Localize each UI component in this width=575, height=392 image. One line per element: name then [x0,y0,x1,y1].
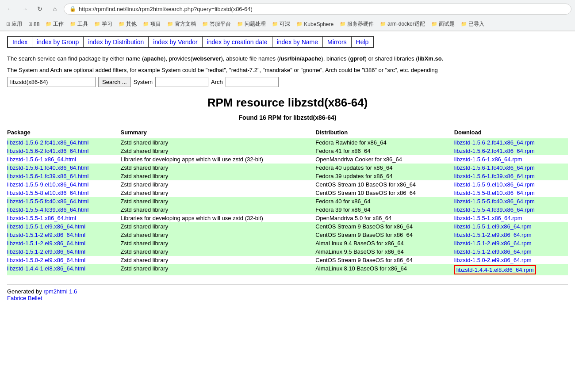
package-cell: libzstd-1.5.1-2.el9.x86_64.html [7,231,121,239]
footer: Generated by rpm2html 1.6 Fabrice Bellet [7,284,568,301]
nav-index-by-group[interactable]: index by Group [32,37,84,47]
package-cell: libzstd-1.5.6-1.fc40.x86_64.html [7,164,121,172]
download-link[interactable]: libzstd-1.5.6-1.fc40.x86_64.rpm [454,164,535,171]
bookmark-official-docs[interactable]: 📁 官方文档 [165,19,199,29]
package-link[interactable]: libzstd-1.5.5-5.fc40.x86_64.html [7,198,88,205]
nav-index[interactable]: Index [8,37,32,47]
download-link[interactable]: libzstd-1.5.5-4.fc39.x86_64.rpm [454,206,535,213]
summary-cell: Zstd shared library [121,222,316,231]
download-cell: libzstd-1.5.6-1.fc39.x86_64.rpm [454,172,568,180]
bookmark-issues[interactable]: 📁 问题处理 [234,19,268,29]
download-link[interactable]: libzstd-1.5.6-1.x86_64.rpm [454,156,522,163]
bookmark-work[interactable]: 📁 工作 [43,19,66,29]
summary-cell: Zstd shared library [121,197,316,206]
bookmark-apps[interactable]: ⊞ 应用 [4,19,25,29]
package-cell: libzstd-1.5.5-5.fc40.x86_64.html [7,197,121,206]
download-link[interactable]: libzstd-1.5.5-9.el10.x86_64.rpm [454,181,535,188]
nav-index-by-distribution[interactable]: index by Distribution [84,37,149,47]
package-link[interactable]: libzstd-1.5.1-2.el9.x86_64.html [7,240,85,247]
col-summary: Summary [121,128,316,138]
download-link[interactable]: libzstd-1.5.5-5.fc40.x86_64.rpm [454,198,535,205]
folder-icon-9: 📁 [272,21,278,27]
download-link[interactable]: libzstd-1.5.1-2.el9.x86_64.rpm [454,248,532,255]
nav-index-by-creation-date[interactable]: index by creation date [203,37,272,47]
nav-mirrors[interactable]: Mirrors [323,37,352,47]
download-link[interactable]: libzstd-1.5.0-2.el9.x86_64.rpm [454,257,532,263]
grid-icon: ⊞ [28,21,32,27]
nav-index-by-name[interactable]: index by Name [272,37,323,47]
bookmark-project[interactable]: 📁 项目 [140,19,164,29]
description-1: The search service can find package by e… [7,54,568,63]
arch-label: Arch [211,79,223,85]
distribution-cell: Fedora 40 updates for x86_64 [315,164,454,172]
summary-cell: Zstd shared library [121,231,316,239]
bookmarks-bar: ⊞ 应用 ⊞ 88 📁 工作 📁 工具 📁 学习 📁 其他 📁 项目 📁 [0,18,575,31]
bookmark-imported[interactable]: 📁 已导入 [458,19,487,29]
download-cell: libzstd-1.5.5-4.fc39.x86_64.rpm [454,206,568,214]
url-input[interactable] [79,6,566,12]
search-button[interactable]: Search ... [98,77,131,87]
package-link[interactable]: libzstd-1.5.1-2.el9.x86_64.html [7,248,85,255]
home-button[interactable]: ⌂ [49,3,61,15]
bookmark-tools[interactable]: 📁 工具 [67,19,91,29]
download-link[interactable]: libzstd-1.5.6-2.fc41.x86_64.rpm [454,148,535,154]
bookmark-platform[interactable]: 📁 答服平台 [199,19,234,29]
bookmark-arm-docker-label: arm-docker适配 [387,20,425,28]
nav-help[interactable]: Help [352,37,373,47]
bookmark-server-hw-label: 服务器硬件 [347,20,374,28]
package-link[interactable]: libzstd-1.4.4-1.el8.x86_64.html [7,265,85,272]
package-cell: libzstd-1.5.6-2.fc41.x86_64.html [7,147,121,155]
package-cell: libzstd-1.5.5-1.el9.x86_64.html [7,222,121,231]
col-download: Download [454,128,568,138]
package-link[interactable]: libzstd-1.5.5-9.el10.x86_64.html [7,181,88,188]
download-link[interactable]: libzstd-1.5.6-1.fc39.x86_64.rpm [454,173,535,179]
bookmark-interview[interactable]: 📁 面试题 [429,19,457,29]
bookmark-88[interactable]: ⊞ 88 [26,20,42,28]
package-link[interactable]: libzstd-1.5.5-8.el10.x86_64.html [7,190,88,196]
download-link[interactable]: libzstd-1.4.4-1.el8.x86_64.rpm [454,265,536,274]
rpm2html-link[interactable]: rpm2html 1.6 [43,288,77,295]
table-row: libzstd-1.5.1-2.el9.x86_64.htmlZstd shar… [7,231,568,239]
bookmark-arm-docker[interactable]: 📁 arm-docker适配 [377,19,428,29]
package-link[interactable]: libzstd-1.5.5-1.el9.x86_64.html [7,223,85,230]
bookmark-other[interactable]: 📁 其他 [116,19,139,29]
summary-cell: Zstd shared library [121,172,316,180]
table-row: libzstd-1.5.5-8.el10.x86_64.htmlZstd sha… [7,189,568,197]
nav-box: Index index by Group index by Distributi… [7,36,374,48]
download-link[interactable]: libzstd-1.5.5-8.el10.x86_64.rpm [454,190,535,196]
folder-icon-3: 📁 [94,21,100,27]
search-input[interactable] [7,77,96,87]
download-link[interactable]: libzstd-1.5.6-2.fc41.x86_64.rpm [454,139,535,146]
download-link[interactable]: libzstd-1.5.5-1.el9.x86_64.rpm [454,223,532,230]
download-cell: libzstd-1.5.0-2.el9.x86_64.rpm [454,256,568,264]
package-link[interactable]: libzstd-1.5.6-1.fc40.x86_64.html [7,164,88,171]
package-link[interactable]: libzstd-1.5.6-2.fc41.x86_64.html [7,148,88,154]
download-link[interactable]: libzstd-1.5.1-2.el9.x86_64.rpm [454,232,532,238]
bookmark-deep[interactable]: 📁 可深 [269,19,293,29]
back-button[interactable]: ← [4,3,16,15]
package-link[interactable]: libzstd-1.5.6-1.fc39.x86_64.html [7,173,88,179]
bookmark-work-label: 工作 [53,20,64,28]
system-input[interactable] [155,77,208,87]
table-row: libzstd-1.4.4-1.el8.x86_64.htmlZstd shar… [7,264,568,275]
download-cell: libzstd-1.5.6-1.fc40.x86_64.rpm [454,164,568,172]
summary-cell: Zstd shared library [121,206,316,214]
forward-button[interactable]: → [19,3,31,15]
bookmark-learn[interactable]: 📁 学习 [92,19,115,29]
package-link[interactable]: libzstd-1.5.5-1.x86_64.html [7,215,76,221]
package-link[interactable]: libzstd-1.5.6-2.fc41.x86_64.html [7,139,88,146]
reload-button[interactable]: ↻ [34,3,46,15]
package-link[interactable]: libzstd-1.5.0-2.el9.x86_64.html [7,257,85,263]
download-link[interactable]: libzstd-1.5.1-2.el9.x86_64.rpm [454,240,532,247]
package-link[interactable]: libzstd-1.5.5-4.fc39.x86_64.html [7,206,88,213]
bookmark-kubesphere[interactable]: 📁 KubeSphere [294,20,336,28]
bookmark-server-hw[interactable]: 📁 服务器硬件 [337,19,376,29]
folder-icon-5: 📁 [143,21,149,27]
download-link[interactable]: libzstd-1.5.5-1.x86_64.rpm [454,215,522,221]
package-link[interactable]: libzstd-1.5.6-1.x86_64.html [7,156,76,163]
package-link[interactable]: libzstd-1.5.1-2.el9.x86_64.html [7,232,85,238]
author-link[interactable]: Fabrice Bellet [7,295,42,301]
folder-icon-12: 📁 [380,21,386,27]
arch-input[interactable] [226,77,279,87]
nav-index-by-vendor[interactable]: index by Vendor [149,37,202,47]
